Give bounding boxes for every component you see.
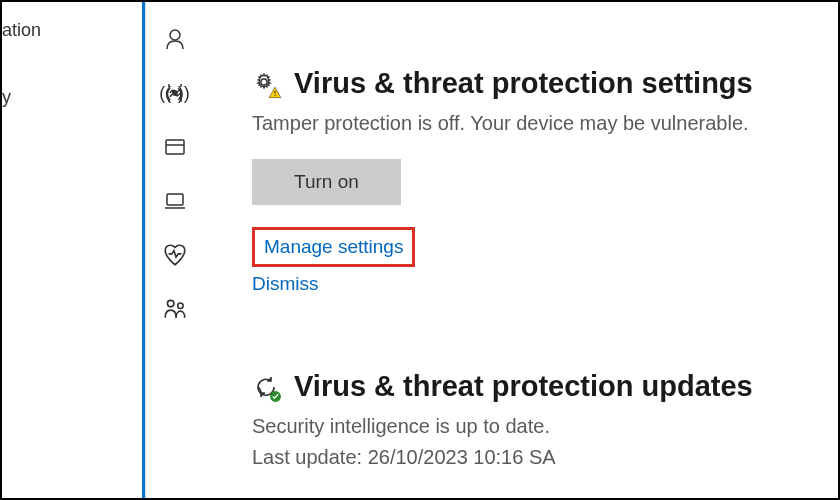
last-update-label: Last update: [252,446,362,468]
health-icon[interactable] [162,242,188,268]
gear-warning-icon [252,70,280,98]
updates-description: Security intelligence is up to date. [252,415,818,438]
updates-section: Virus & threat protection updates Securi… [252,370,818,469]
partial-text-1: ation [2,12,72,49]
last-update-value: 26/10/2023 10:16 SA [368,446,556,468]
manage-settings-link[interactable]: Manage settings [264,236,403,258]
svg-rect-4 [166,140,184,154]
account-icon[interactable] [162,26,188,52]
device-icon[interactable] [162,188,188,214]
settings-section-header: Virus & threat protection settings [252,67,818,100]
turn-on-button[interactable]: Turn on [252,159,401,205]
vertical-divider-light [145,2,146,498]
last-update-text: Last update: 26/10/2023 10:16 SA [252,446,818,469]
dismiss-link[interactable]: Dismiss [252,273,319,295]
partial-text-2: y [2,79,72,116]
svg-point-12 [274,94,275,95]
family-icon[interactable] [162,296,188,322]
app-browser-icon[interactable] [162,134,188,160]
svg-point-0 [170,30,180,40]
settings-title: Virus & threat protection settings [294,67,753,100]
updates-section-header: Virus & threat protection updates [252,370,818,403]
nav-strip: ( ) ((•)) [147,2,202,498]
svg-point-9 [177,303,182,308]
refresh-check-icon [252,373,280,401]
settings-description: Tamper protection is off. Your device ma… [252,112,818,135]
main-content: Virus & threat protection settings Tampe… [252,67,818,469]
firewall-icon[interactable]: ( ) ((•)) [162,80,188,106]
svg-point-8 [167,300,174,307]
svg-point-10 [261,79,267,85]
updates-title: Virus & threat protection updates [294,370,753,403]
svg-rect-6 [167,194,183,205]
manage-settings-highlight: Manage settings [252,227,415,267]
left-partial-panel: ation y [2,2,72,498]
